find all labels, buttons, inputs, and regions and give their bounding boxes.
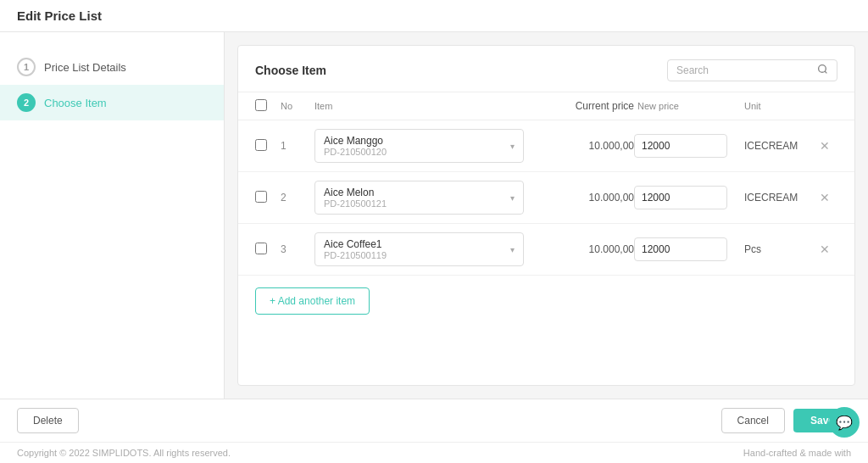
page-title: Edit Price List (17, 8, 102, 23)
handcrafted-text: Hand-crafted & made with (743, 448, 851, 458)
row-1-unit: ICECREAM (744, 140, 812, 152)
sidebar-item-label-1: Price List Details (44, 61, 126, 74)
row-2-number: 2 (281, 192, 314, 204)
row-3-new-price-input[interactable] (634, 237, 727, 261)
row-3-new-price-cell (634, 237, 744, 261)
row-1-dropdown-arrow: ▾ (510, 142, 515, 151)
chat-icon: 💬 (836, 415, 853, 431)
row-1-item-code: PD-210500120 (324, 147, 387, 157)
table-row: 2 Aice Melon PD-210500121 ▾ 10.000,00 IC… (238, 172, 854, 224)
row-1-delete-button[interactable]: ✕ (812, 139, 837, 153)
main-content: 1 Price List Details 2 Choose Item Choos… (0, 32, 868, 399)
row-1-checkbox-cell (255, 139, 281, 153)
table-row: 1 Aice Manggo PD-210500120 ▾ 10.000,00 I… (238, 120, 854, 172)
row-3-delete-button[interactable]: ✕ (812, 243, 837, 256)
header-item: Item (314, 101, 524, 111)
chat-bubble-button[interactable]: 💬 (829, 407, 860, 438)
row-3-dropdown-arrow: ▾ (510, 245, 515, 254)
page-header: Edit Price List (0, 0, 868, 32)
row-2-dropdown-arrow: ▾ (510, 193, 515, 203)
row-3-unit: Pcs (744, 243, 812, 255)
table-header: No Item Current price New price Unit (238, 92, 854, 120)
header-unit: Unit (744, 101, 812, 111)
content-area: Choose Item No Item Current price New pr… (237, 45, 855, 386)
footer: Delete Cancel Save (0, 399, 868, 442)
search-icon (817, 64, 828, 77)
row-3-checkbox-cell (255, 243, 281, 257)
search-input[interactable] (676, 64, 812, 76)
row-1-current-price: 10.000,00 (524, 140, 634, 152)
svg-line-1 (825, 71, 826, 73)
select-all-checkbox[interactable] (255, 99, 267, 111)
delete-button[interactable]: Delete (17, 408, 79, 433)
header-new-price: New price (634, 101, 744, 111)
row-2-item-code: PD-210500121 (324, 198, 387, 209)
step-number-2: 2 (17, 93, 36, 112)
row-2-item-name: Aice Melon (324, 187, 387, 198)
cancel-button[interactable]: Cancel (721, 408, 785, 433)
row-1-checkbox[interactable] (255, 139, 267, 151)
section-title: Choose Item (255, 64, 326, 77)
row-1-new-price-cell (634, 134, 744, 158)
row-3-current-price: 10.000,00 (524, 243, 634, 255)
row-2-item-dropdown[interactable]: Aice Melon PD-210500121 ▾ (314, 181, 524, 215)
row-2-delete-button[interactable]: ✕ (812, 191, 837, 204)
sidebar-item-label-2: Choose Item (44, 97, 107, 109)
row-2-checkbox-cell (255, 191, 281, 205)
sidebar-item-choose-item[interactable]: 2 Choose Item (0, 85, 224, 120)
row-1-number: 1 (281, 140, 314, 152)
row-1-item-name: Aice Manggo (324, 135, 387, 147)
bottom-bar: Copyright © 2022 SIMPLIDOTS. All rights … (0, 442, 868, 463)
add-another-button[interactable]: + Add another item (255, 287, 370, 315)
row-2-new-price-cell (634, 186, 744, 209)
row-3-item-name: Aice Coffee1 (324, 238, 387, 250)
table-row: 3 Aice Coffee1 PD-210500119 ▾ 10.000,00 … (238, 224, 854, 276)
row-1-new-price-input[interactable] (634, 134, 727, 158)
row-3-number: 3 (281, 243, 314, 255)
header-current-price: Current price (524, 100, 634, 112)
row-3-item-code: PD-210500119 (324, 250, 387, 260)
row-2-current-price: 10.000,00 (524, 192, 634, 204)
svg-point-0 (819, 65, 826, 73)
copyright-text: Copyright © 2022 SIMPLIDOTS. All rights … (17, 448, 231, 458)
search-box (667, 59, 837, 81)
header-no: No (281, 101, 314, 111)
item-table: No Item Current price New price Unit 1 A… (238, 92, 854, 276)
row-1-item-dropdown[interactable]: Aice Manggo PD-210500120 ▾ (314, 129, 524, 163)
header-checkbox-cell (255, 99, 281, 113)
page-wrapper: Edit Price List 1 Price List Details 2 C… (0, 0, 868, 463)
step-number-1: 1 (17, 58, 36, 76)
row-3-checkbox[interactable] (255, 243, 267, 254)
row-2-checkbox[interactable] (255, 191, 267, 203)
sidebar-item-price-list-details[interactable]: 1 Price List Details (0, 49, 224, 85)
row-2-new-price-input[interactable] (634, 186, 727, 209)
section-header: Choose Item (238, 46, 854, 92)
sidebar: 1 Price List Details 2 Choose Item (0, 32, 225, 399)
row-2-unit: ICECREAM (744, 192, 812, 204)
row-3-item-dropdown[interactable]: Aice Coffee1 PD-210500119 ▾ (314, 232, 524, 266)
